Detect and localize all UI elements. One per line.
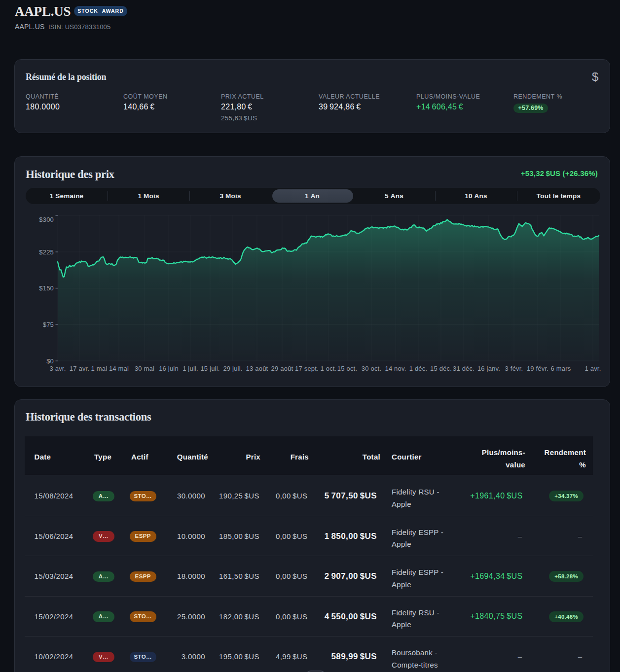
svg-text:1 juil.: 1 juil. bbox=[182, 365, 198, 372]
svg-text:$300: $300 bbox=[39, 216, 54, 223]
svg-text:15 juil.: 15 juil. bbox=[200, 365, 219, 372]
svg-text:16 juin: 16 juin bbox=[159, 365, 179, 372]
svg-text:3 févr.: 3 févr. bbox=[505, 365, 523, 372]
svg-text:1 mai: 1 mai bbox=[91, 365, 108, 372]
svg-text:15 oct.: 15 oct. bbox=[337, 365, 357, 372]
svg-text:19 févr.: 19 févr. bbox=[527, 365, 548, 372]
svg-text:14 nov.: 14 nov. bbox=[385, 365, 406, 372]
svg-text:15 déc.: 15 déc. bbox=[430, 365, 452, 372]
svg-text:29 août: 29 août bbox=[271, 365, 293, 372]
svg-text:30 mai: 30 mai bbox=[135, 365, 154, 372]
svg-text:14 mai: 14 mai bbox=[109, 365, 129, 372]
svg-text:$150: $150 bbox=[39, 284, 54, 292]
svg-text:1 avr.: 1 avr. bbox=[585, 365, 601, 372]
svg-text:6 mars: 6 mars bbox=[551, 365, 571, 372]
svg-text:30 oct.: 30 oct. bbox=[362, 365, 381, 372]
svg-text:1 oct.: 1 oct. bbox=[321, 365, 337, 372]
svg-text:$0: $0 bbox=[46, 357, 54, 365]
svg-text:13 août: 13 août bbox=[246, 365, 268, 372]
svg-text:1 déc.: 1 déc. bbox=[409, 365, 428, 372]
svg-text:31 déc.: 31 déc. bbox=[453, 365, 474, 372]
svg-text:17 sept.: 17 sept. bbox=[295, 365, 319, 372]
svg-text:$75: $75 bbox=[43, 321, 54, 328]
svg-text:$225: $225 bbox=[39, 248, 54, 256]
svg-text:16 janv.: 16 janv. bbox=[477, 365, 500, 372]
svg-text:17 avr.: 17 avr. bbox=[70, 365, 89, 372]
svg-text:29 juil.: 29 juil. bbox=[223, 365, 242, 372]
svg-text:3 avr.: 3 avr. bbox=[50, 365, 66, 372]
